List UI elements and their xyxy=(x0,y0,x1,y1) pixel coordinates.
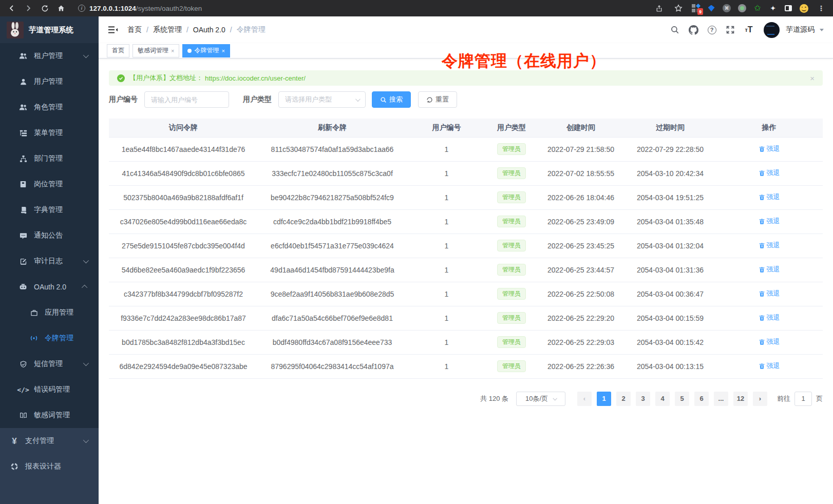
force-logout-button[interactable]: 强退 xyxy=(759,241,780,250)
user-id-cell: 1 xyxy=(407,209,486,234)
sidebar-item-oauth2-token[interactable]: 令牌管理 xyxy=(0,325,99,351)
github-icon[interactable] xyxy=(687,23,700,36)
access-token-cell: c347026e805e4d99b0d116eae66eda8c xyxy=(109,209,258,234)
user-avatar[interactable] xyxy=(764,22,780,38)
extension-badge: 9 xyxy=(697,8,703,15)
extension-grid-icon[interactable]: 9 xyxy=(691,4,701,13)
prev-page-button[interactable]: ‹ xyxy=(577,392,592,406)
force-logout-label: 强退 xyxy=(767,192,780,202)
help-icon[interactable]: ? xyxy=(705,23,718,36)
sidebar-collapse-icon[interactable] xyxy=(108,25,118,35)
browser-home-icon[interactable] xyxy=(54,2,68,15)
force-logout-button[interactable]: 强退 xyxy=(759,217,780,226)
force-logout-button[interactable]: 强退 xyxy=(759,265,780,274)
sidebar-item-report-designer[interactable]: 报表设计器 xyxy=(0,454,99,479)
breadcrumb-item[interactable]: 首页 xyxy=(127,25,142,34)
username[interactable]: 芋道源码 xyxy=(786,25,815,34)
tab-令牌管理[interactable]: 令牌管理× xyxy=(182,44,230,57)
reset-button[interactable]: 重置 xyxy=(418,91,457,108)
sidebar-item-role[interactable]: 角色管理 xyxy=(0,94,99,120)
doc-alert: 【用户体系】文档地址： https://doc.iocoder.cn/user-… xyxy=(109,70,823,86)
sidebar-item-oauth2-application[interactable]: 应用管理 xyxy=(0,300,99,325)
browser-menu-icon[interactable]: ⋮ xyxy=(815,2,828,15)
extension-record-icon[interactable] xyxy=(737,4,747,13)
share-icon[interactable] xyxy=(652,2,666,15)
sidebar-item-dept[interactable]: 部门管理 xyxy=(0,146,99,171)
font-size-icon[interactable]: тT xyxy=(742,23,755,36)
pager-ellipsis[interactable]: ... xyxy=(714,392,728,406)
force-logout-button[interactable]: 强退 xyxy=(759,313,780,322)
sidebar-item-menu[interactable]: 菜单管理 xyxy=(0,120,99,146)
force-logout-button[interactable]: 强退 xyxy=(759,361,780,371)
sidebar-item-sensitive-word[interactable]: 敏感词管理 xyxy=(0,402,99,428)
browser-address-bar[interactable]: i 127.0.0.1:1024/system/oauth2/token xyxy=(71,5,645,12)
user-type-select[interactable]: 请选择用户类型 xyxy=(278,91,366,108)
breadcrumb-item[interactable]: OAuth 2.0 xyxy=(193,26,225,34)
create-time-cell: 2022-06-25 23:45:25 xyxy=(537,234,625,258)
browser-forward-icon[interactable] xyxy=(22,2,35,15)
force-logout-button[interactable]: 强退 xyxy=(759,337,780,346)
sidebar-item-label: 用户管理 xyxy=(34,77,63,86)
sidebar-item-post[interactable]: 岗位管理 xyxy=(0,171,99,197)
sidebar-item-oauth2[interactable]: OAuth 2.0 xyxy=(0,274,99,300)
fullscreen-icon[interactable] xyxy=(724,23,737,36)
page-size-select[interactable]: 10条/页 xyxy=(516,392,565,406)
site-info-icon[interactable]: i xyxy=(78,5,85,12)
tab-close-icon[interactable]: × xyxy=(171,48,174,54)
app-logo[interactable]: 芋道管理系统 xyxy=(0,16,99,43)
extension-puzzle-icon[interactable]: ✦ xyxy=(768,4,778,13)
next-page-button[interactable]: › xyxy=(753,392,767,406)
doc-link[interactable]: https://doc.iocoder.cn/user-center/ xyxy=(205,74,306,82)
chevron-down-icon xyxy=(553,396,557,400)
expire-time-cell: 2054-03-04 01:32:04 xyxy=(625,234,715,258)
page-button[interactable]: 6 xyxy=(694,392,709,406)
jump-page-input[interactable] xyxy=(794,392,812,406)
trash-icon xyxy=(759,242,765,249)
user-type-cell: 管理员 xyxy=(486,282,537,306)
url-host: 127.0.0.1:1024 xyxy=(89,5,136,12)
sidebar-toggle-icon[interactable] xyxy=(784,4,793,13)
screen: i 127.0.0.1:1024/system/oauth2/token 9 ⌘… xyxy=(0,0,833,504)
force-logout-button[interactable]: 强退 xyxy=(759,144,780,153)
sidebar-item-dict[interactable]: 字典管理 xyxy=(0,197,99,223)
user-menu-caret-icon[interactable] xyxy=(820,29,824,33)
page-button[interactable]: 12 xyxy=(733,392,748,406)
logo-avatar xyxy=(7,22,24,38)
page-button[interactable]: 4 xyxy=(655,392,670,406)
browser-reload-icon[interactable] xyxy=(38,2,51,15)
force-logout-button[interactable]: 强退 xyxy=(759,289,780,298)
extension-gem-icon[interactable] xyxy=(707,4,716,13)
user-type-cell: 管理员 xyxy=(486,330,537,354)
force-logout-button[interactable]: 强退 xyxy=(759,192,780,202)
tab-敏感词管理[interactable]: 敏感词管理× xyxy=(132,44,179,57)
alert-close-icon[interactable]: × xyxy=(810,74,815,83)
page-button[interactable]: 5 xyxy=(675,392,689,406)
page-button[interactable]: 3 xyxy=(636,392,650,406)
sidebar-item-audit-log[interactable]: 审计日志 xyxy=(0,248,99,274)
users-icon xyxy=(19,52,27,60)
force-logout-button[interactable]: 强退 xyxy=(759,168,780,178)
sidebar-item-user[interactable]: 用户管理 xyxy=(0,69,99,94)
search-icon[interactable] xyxy=(668,23,681,36)
user-id-input[interactable] xyxy=(144,91,229,108)
user-type-cell: 管理员 xyxy=(486,161,537,185)
page-button[interactable]: 2 xyxy=(616,392,631,406)
profile-emoji-icon[interactable] xyxy=(799,4,808,13)
sidebar-item-notice[interactable]: 通知公告 xyxy=(0,223,99,248)
extension-star-icon[interactable]: ✩ xyxy=(753,4,762,13)
total-count: 共 120 条 xyxy=(480,394,508,403)
search-button[interactable]: 搜索 xyxy=(372,91,411,108)
tab-首页[interactable]: 首页 xyxy=(107,44,129,57)
tab-close-icon[interactable]: × xyxy=(221,48,224,54)
sidebar-item-error-code[interactable]: </>错误码管理 xyxy=(0,377,99,402)
breadcrumb-item[interactable]: 系统管理 xyxy=(153,25,182,34)
sidebar-item-pay[interactable]: ¥支付管理 xyxy=(0,428,99,454)
page-button[interactable]: 1 xyxy=(597,392,611,406)
signal-icon xyxy=(30,334,38,342)
sidebar-item-tenant[interactable]: 租户管理 xyxy=(0,43,99,69)
browser-back-icon[interactable] xyxy=(5,2,18,15)
sidebar-item-sms[interactable]: 短信管理 xyxy=(0,351,99,377)
bookmark-star-icon[interactable] xyxy=(672,2,685,15)
token-table: 访问令牌刷新令牌用户编号用户类型创建时间过期时间操作 1ea5e44f8bc14… xyxy=(109,119,823,379)
extension-command-icon[interactable]: ⌘ xyxy=(722,4,731,13)
